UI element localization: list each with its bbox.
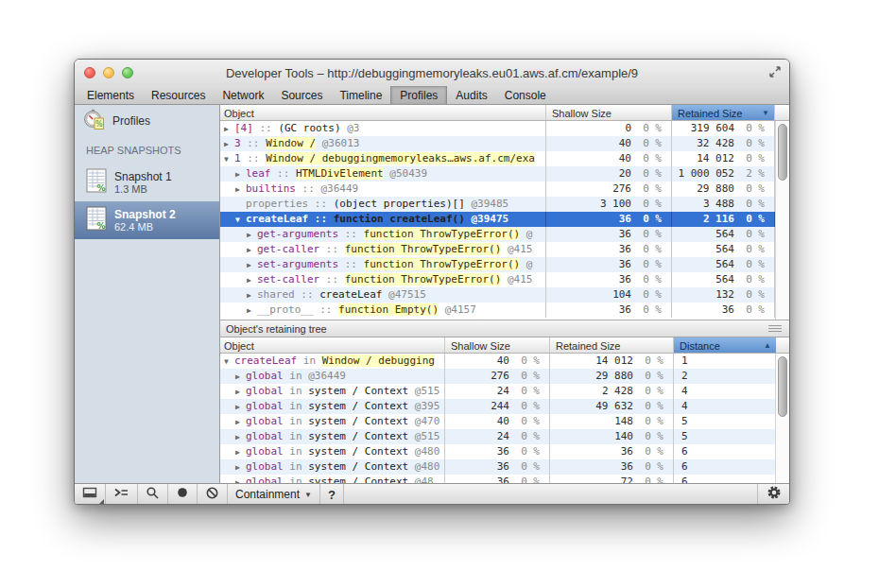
object-cell: ▶shared :: createLeaf @47515 — [220, 287, 546, 303]
table-row[interactable]: ▶get-caller :: function ThrowTypeError()… — [220, 242, 775, 257]
disclosure-collapsed-icon[interactable]: ▶ — [235, 182, 246, 197]
tab-resources[interactable]: Resources — [143, 86, 214, 104]
pane-menu-icon[interactable] — [768, 323, 782, 334]
disclosure-collapsed-icon[interactable]: ▶ — [235, 430, 246, 444]
tab-timeline[interactable]: Timeline — [331, 86, 390, 104]
disclosure-collapsed-icon[interactable]: ▶ — [235, 370, 246, 384]
scrollbar-thumb[interactable] — [778, 124, 787, 181]
heap-snapshots-section-label: HEAP SNAPSHOTS — [86, 145, 219, 156]
table-row[interactable]: ▶get-arguments :: function ThrowTypeErro… — [220, 227, 775, 242]
table-row[interactable]: ▶builtins :: @364492760 %29 8800 % — [220, 182, 775, 197]
disclosure-collapsed-icon[interactable]: ▶ — [235, 476, 246, 483]
size-cell: 2 4280 % — [550, 384, 674, 399]
disclosure-collapsed-icon[interactable]: ▶ — [235, 415, 246, 429]
table-row[interactable]: ▶shared :: createLeaf @475151040 %1320 % — [220, 287, 775, 303]
disclosure-collapsed-icon[interactable]: ▶ — [235, 385, 246, 399]
dock-button[interactable] — [75, 484, 106, 505]
distance-value: 4 — [674, 400, 688, 412]
table-row[interactable]: ▶global in system / Context @515240 %140… — [220, 429, 775, 444]
table-row[interactable]: ▶global in @364492760 %29 8800 %2 — [220, 369, 775, 384]
record-button[interactable] — [168, 484, 198, 505]
containment-label: Containment — [235, 488, 300, 501]
show-console-button[interactable] — [106, 484, 138, 505]
disclosure-collapsed-icon[interactable]: ▶ — [247, 228, 257, 242]
size-value: 36 — [546, 272, 633, 287]
disclosure-expanded-icon[interactable]: ▼ — [224, 355, 234, 369]
column-header-retained-size[interactable]: Retained Size — [550, 337, 674, 353]
table-row[interactable]: ▶global in system / Context @515240 %2 4… — [220, 384, 775, 399]
disclosure-expanded-icon[interactable]: ▼ — [235, 213, 246, 227]
tab-profiles[interactable]: Profiles — [390, 86, 447, 104]
node-separator: :: — [253, 122, 279, 134]
table-row[interactable]: ▶[4] :: (GC roots) @300 %319 6040 % — [220, 121, 775, 136]
disclosure-collapsed-icon[interactable]: ▶ — [224, 122, 234, 136]
table-row[interactable]: ▶set-caller :: function ThrowTypeError()… — [220, 272, 775, 287]
disclosure-collapsed-icon[interactable]: ▶ — [247, 243, 257, 257]
zoom-button[interactable] — [122, 67, 133, 78]
column-header-shallow-size[interactable]: Shallow Size — [445, 337, 550, 353]
heap-snapshot-table: Object Shallow Size Retained Size▼ ▶[4] … — [220, 105, 789, 320]
table-row[interactable]: ▶3 :: Window / @36013400 %32 4280 % — [220, 136, 775, 151]
size-cell: 49 6320 % — [550, 399, 674, 414]
tab-network[interactable]: Network — [214, 86, 272, 104]
node-value: Window / debugging — [322, 355, 435, 367]
disclosure-collapsed-icon[interactable]: ▶ — [247, 288, 257, 303]
disclosure-collapsed-icon[interactable]: ▶ — [224, 137, 234, 151]
table-row[interactable]: ▶set-arguments :: function ThrowTypeErro… — [220, 257, 775, 272]
size-percent: 0 % — [635, 354, 673, 369]
scrollbar-thumb[interactable] — [778, 356, 787, 417]
minimize-button[interactable] — [103, 67, 114, 78]
resize-corner-icon[interactable] — [768, 65, 782, 78]
close-button[interactable] — [84, 67, 95, 78]
size-cell: 360 % — [550, 459, 674, 475]
disclosure-collapsed-icon[interactable]: ▶ — [235, 400, 246, 414]
table-row[interactable]: properties :: (object properties)[] @394… — [220, 197, 775, 212]
column-header-object[interactable]: Object — [220, 337, 445, 353]
size-cell: 1400 % — [550, 429, 674, 444]
size-percent: 0 % — [633, 212, 671, 227]
disclosure-collapsed-icon[interactable]: ▶ — [235, 445, 246, 459]
disclosure-collapsed-icon[interactable]: ▶ — [235, 460, 246, 475]
distance-value: 4 — [674, 385, 688, 397]
column-header-distance[interactable]: Distance▲ — [674, 337, 776, 353]
size-cell: 3 1000 % — [546, 197, 672, 212]
tab-sources[interactable]: Sources — [272, 86, 331, 104]
snapshot-1-item[interactable]: % Snapshot 1 1.3 MB — [75, 164, 219, 201]
table-row[interactable]: ▼1 :: Window / debuggingmemoryleaks…aws.… — [220, 151, 775, 166]
search-button[interactable] — [138, 484, 168, 505]
clear-button[interactable] — [198, 484, 228, 505]
column-header-retained-size[interactable]: Retained Size▼ — [672, 105, 775, 120]
size-cell: 29 8800 % — [550, 369, 674, 384]
table-row[interactable]: ▶global in system / Context @3952440 %49… — [220, 399, 775, 414]
retaining-table-scrollbar[interactable] — [775, 354, 789, 483]
column-header-object[interactable]: Object — [220, 105, 546, 120]
size-percent: 0 % — [633, 257, 671, 272]
column-header-shallow-size[interactable]: Shallow Size — [546, 105, 672, 120]
snapshot-2-item[interactable]: % Snapshot 2 62.4 MB — [75, 201, 219, 239]
size-percent: 0 % — [736, 287, 774, 303]
table-row[interactable]: ▼createLeaf :: function createLeaf() @39… — [220, 212, 775, 227]
size-value: 2 116 — [672, 212, 736, 227]
tab-console[interactable]: Console — [496, 86, 555, 104]
table-row[interactable]: ▶leaf :: HTMLDivElement @50439200 %1 000… — [220, 166, 775, 182]
table-row[interactable]: ▶__proto__ :: function Empty() @4157360 … — [220, 303, 775, 318]
table-row[interactable]: ▶global in system / Context @48360 %720 … — [220, 475, 775, 483]
disclosure-collapsed-icon[interactable]: ▶ — [247, 303, 257, 318]
help-button[interactable]: ? — [320, 484, 344, 505]
table-row[interactable]: ▼createLeaf in Window / debugging400 %14… — [220, 354, 775, 369]
disclosure-collapsed-icon[interactable]: ▶ — [235, 167, 246, 182]
node-id: @515 — [408, 385, 439, 397]
table-row[interactable]: ▶global in system / Context @480360 %360… — [220, 444, 775, 459]
containment-dropdown[interactable]: Containment▼ — [228, 484, 320, 505]
tab-elements[interactable]: Elements — [78, 86, 143, 104]
tab-audits[interactable]: Audits — [447, 86, 495, 104]
disclosure-collapsed-icon[interactable]: ▶ — [247, 258, 257, 272]
heap-table-scrollbar[interactable] — [775, 121, 789, 320]
table-row[interactable]: ▶global in system / Context @480360 %360… — [220, 459, 775, 475]
object-cell: ▼1 :: Window / debuggingmemoryleaks…aws.… — [220, 151, 546, 166]
table-row[interactable]: ▶global in system / Context @470400 %148… — [220, 414, 775, 429]
settings-button[interactable] — [757, 484, 789, 505]
disclosure-collapsed-icon[interactable]: ▶ — [247, 273, 257, 287]
disclosure-expanded-icon[interactable]: ▼ — [224, 152, 234, 166]
sidebar-item-profiles[interactable]: % Profiles — [75, 105, 219, 137]
